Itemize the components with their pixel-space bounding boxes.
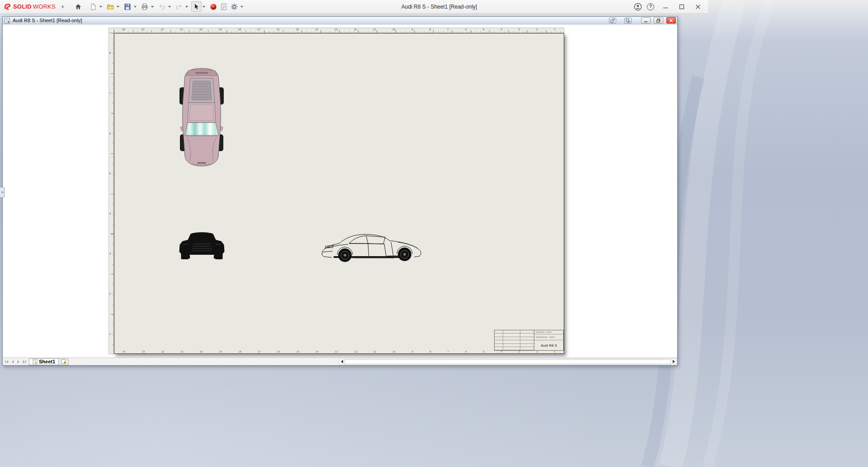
print-icon (141, 3, 148, 10)
minimize-button[interactable] (658, 0, 673, 13)
maximize-button[interactable] (675, 0, 689, 13)
handle-dot-icon (1, 191, 3, 193)
close-button[interactable] (691, 0, 705, 13)
previous-page-icon (10, 359, 15, 364)
document-window: Audi R8 S - Sheet1 [Read-only] (2, 16, 678, 366)
zone-number-row: 242322212019181716151413121110987654321 (114, 349, 564, 353)
window-menu-button-2[interactable] (624, 18, 632, 24)
document-close-button[interactable] (666, 17, 676, 24)
3dexperience-button[interactable] (208, 1, 219, 12)
zone-number: 6 (465, 350, 467, 353)
add-sheet-button[interactable] (59, 358, 69, 365)
scrollbar-thumb[interactable] (344, 359, 671, 364)
undo-icon (158, 3, 165, 10)
ruler-number: 7 (109, 92, 111, 95)
options-button[interactable] (229, 1, 240, 12)
chevron-down-icon (203, 6, 205, 8)
file-properties-icon (220, 3, 227, 10)
window-menu-button-1[interactable] (609, 18, 616, 24)
app-window-title: Audi R8 S - Sheet1 [Read-only] (246, 4, 632, 10)
minimize-icon (663, 4, 668, 10)
document-title: Audi R8 S - Sheet1 [Read-only] (13, 18, 82, 23)
title-block[interactable]: Audi R8 S (494, 330, 564, 351)
new-document-dropdown[interactable] (99, 1, 104, 12)
print-dropdown[interactable] (150, 1, 155, 12)
scroll-right-button[interactable] (671, 359, 676, 364)
drawing-view-side[interactable] (321, 231, 423, 263)
taskpane-expand-handle[interactable] (0, 187, 5, 198)
file-properties-button[interactable] (219, 1, 229, 12)
zone-number: 8 (429, 350, 431, 353)
window-glyph-icon (610, 19, 615, 23)
save-dropdown[interactable] (133, 1, 138, 12)
titlebar-right-controls: ? (632, 0, 705, 13)
scroll-right-icon (673, 360, 675, 363)
zone-number: 5 (483, 350, 484, 353)
open-dropdown[interactable] (116, 1, 121, 12)
zone-number: 7 (448, 350, 449, 353)
chevron-down-icon (151, 6, 154, 8)
horizontal-scrollbar[interactable] (339, 358, 677, 365)
title-block-row (534, 334, 563, 340)
undo-button-group (157, 1, 172, 12)
graphics-area[interactable]: 242322212019181716151413121110987654321 … (3, 24, 677, 357)
ruler-number: 16 (277, 28, 280, 31)
select-dropdown[interactable] (202, 1, 207, 12)
document-restore-button[interactable] (654, 17, 663, 24)
home-icon (75, 3, 82, 10)
tab-sheet1[interactable]: Sheet1 (29, 358, 59, 365)
drawing-document-icon (4, 18, 10, 24)
ruler-number: 4 (109, 212, 111, 215)
horizontal-ruler: 242322212019181716151413121110987654321 (114, 28, 564, 33)
help-button[interactable]: ? (645, 1, 656, 13)
last-sheet-button[interactable] (21, 358, 27, 365)
print-button[interactable] (140, 1, 150, 12)
document-titlebar[interactable]: Audi R8 S - Sheet1 [Read-only] (3, 17, 677, 24)
chevron-down-icon (117, 6, 119, 8)
save-button[interactable] (123, 1, 133, 12)
ruler-number: 2 (536, 28, 538, 31)
chevron-down-icon (134, 6, 137, 8)
chevron-down-icon (168, 6, 171, 8)
new-document-button[interactable] (88, 1, 99, 12)
ruler-number: 5 (109, 172, 111, 175)
document-minimize-button[interactable] (641, 17, 651, 24)
first-page-icon (4, 359, 9, 364)
next-sheet-button[interactable] (15, 358, 21, 365)
zone-number: 11 (373, 350, 376, 353)
zone-number: 12 (354, 350, 357, 353)
first-sheet-button[interactable] (4, 358, 9, 365)
drawing-view-top[interactable] (179, 67, 224, 167)
select-cursor-icon (193, 3, 200, 10)
redo-dropdown[interactable] (184, 1, 189, 12)
ruler-number: 15 (296, 28, 299, 31)
app-titlebar: SOLIDWORKS (0, 0, 708, 14)
title-block-part-name: Audi R8 S (534, 340, 563, 350)
new-button-group (88, 1, 104, 12)
drawing-sheet[interactable]: Audi R8 S 242322212019181716151413121110… (114, 33, 564, 354)
zone-number: 19 (219, 350, 222, 353)
undo-button[interactable] (157, 1, 167, 12)
select-tool-button[interactable] (191, 1, 202, 12)
ruler-number: 1 (554, 28, 555, 31)
account-button[interactable] (632, 1, 644, 13)
add-sheet-icon (61, 359, 66, 364)
zone-number: 17 (258, 350, 261, 353)
zone-number: 15 (296, 350, 299, 353)
chevron-down-icon (185, 6, 188, 8)
title-block-table (495, 330, 534, 350)
options-dropdown[interactable] (240, 1, 245, 12)
scroll-left-button[interactable] (339, 359, 344, 364)
ruler-number: 3 (519, 28, 520, 31)
home-button[interactable] (73, 1, 84, 12)
open-button[interactable] (105, 1, 116, 12)
undo-dropdown[interactable] (167, 1, 172, 12)
redo-button[interactable] (174, 1, 184, 12)
zone-number: 2 (536, 350, 538, 353)
drawing-view-front[interactable] (178, 231, 226, 261)
ds-logo-icon (4, 3, 12, 11)
zone-number: 16 (277, 350, 280, 353)
previous-sheet-button[interactable] (9, 358, 15, 365)
save-button-group (123, 1, 138, 12)
ruler-number: 9 (411, 28, 413, 31)
